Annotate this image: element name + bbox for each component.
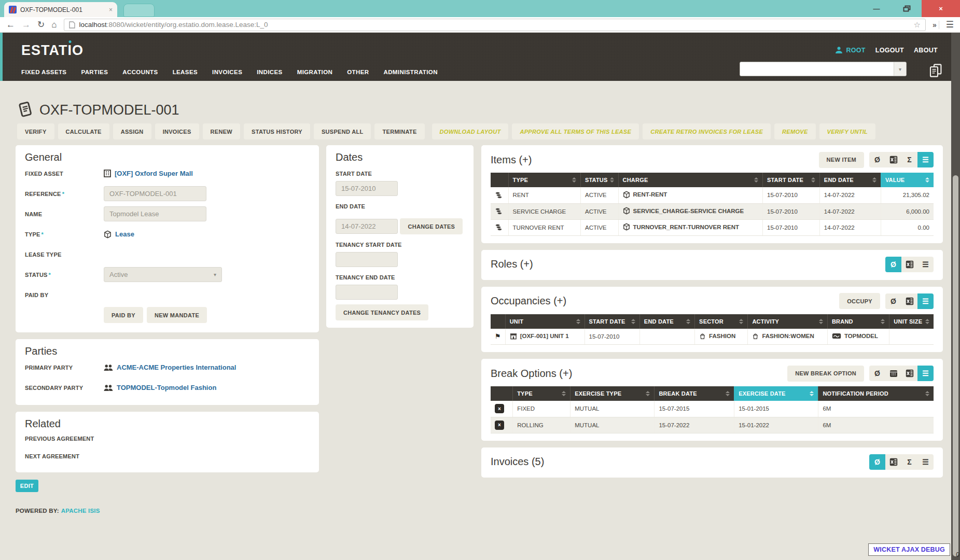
nav-indices[interactable]: INDICES [257,69,282,75]
break-col-exercise-date[interactable]: EXERCISE DATE [734,386,818,401]
search-input[interactable] [740,62,894,76]
occ-col-brand[interactable]: BRAND [827,314,889,329]
create-retro-invoices-button[interactable]: CREATE RETRO INVOICES FOR LEASE [643,123,771,139]
new-break-option-button[interactable]: NEW BREAK OPTION [787,366,864,382]
chevron-down-icon[interactable]: ▾ [894,62,906,76]
nav-fixed-assets[interactable]: FIXED ASSETS [21,69,66,75]
list-view-icon[interactable]: ☰ [917,366,934,381]
secondary-party-link[interactable]: TOPMODEL-Topmodel Fashion [117,384,216,391]
renew-button[interactable]: RENEW [203,123,240,139]
bookmark-star-icon[interactable]: ☆ [914,20,921,30]
status-select[interactable]: Active ▾ [104,267,222,282]
extensions-overflow-icon[interactable]: » [933,21,939,29]
excel-export-icon[interactable] [901,293,917,309]
list-view-icon[interactable]: ☰ [917,293,934,309]
browser-menu-icon[interactable]: ☰ [946,19,954,30]
hide-columns-icon[interactable]: Ø [869,152,885,167]
assign-button[interactable]: ASSIGN [113,123,151,139]
change-dates-button[interactable]: CHANGE DATES [400,218,463,234]
hide-columns-icon[interactable]: Ø [885,257,901,272]
tenancy-start-date-field[interactable] [336,252,398,267]
copy-link-icon[interactable] [929,63,943,78]
list-view-icon[interactable]: ☰ [917,257,934,272]
invoices-button[interactable]: INVOICES [155,123,199,139]
excel-export-icon[interactable] [901,257,917,272]
status-history-button[interactable]: STATUS HISTORY [244,123,310,139]
calculate-button[interactable]: CALCULATE [58,123,109,139]
page-scrollbar[interactable] [951,33,960,560]
nav-other[interactable]: OTHER [347,69,369,75]
name-field[interactable] [104,206,206,221]
verify-button[interactable]: VERIFY [17,123,54,139]
items-col-value[interactable]: VALUE [881,173,934,187]
scrollbar-thumb[interactable] [953,175,958,556]
user-menu[interactable]: ROOT [835,46,865,54]
summary-sigma-icon[interactable]: Σ [901,152,917,167]
items-col-type[interactable]: TYPE [508,173,580,187]
download-layout-button[interactable]: DOWNLOAD LAYOUT [432,123,509,139]
start-date-field[interactable] [336,181,398,196]
break-col-exercise-type[interactable]: EXERCISE TYPE [571,386,655,401]
hide-columns-icon[interactable]: Ø [869,366,885,381]
nav-invoices[interactable]: INVOICES [212,69,242,75]
break-col-break-date[interactable]: BREAK DATE [655,386,734,401]
new-tab-button[interactable] [123,4,155,17]
estatio-logo[interactable]: ESTATIO [21,43,84,59]
window-close-icon[interactable]: × [922,0,960,17]
list-view-icon[interactable]: ☰ [917,152,934,167]
list-view-icon[interactable]: ☰ [917,454,934,470]
occupy-button[interactable]: OCCUPY [839,293,880,309]
paid-by-button[interactable]: PAID BY [104,307,143,323]
back-icon[interactable]: ← [6,20,15,29]
excel-export-icon[interactable] [901,366,917,381]
home-icon[interactable]: ⌂ [51,20,57,29]
edit-button[interactable]: EDIT [16,480,38,492]
change-tenancy-dates-button[interactable]: CHANGE TENANCY DATES [336,304,428,320]
new-mandate-button[interactable]: NEW MANDATE [147,307,207,323]
wicket-ajax-debug-link[interactable]: WICKET AJAX DEBUG [868,543,950,556]
verify-until-button[interactable]: VERIFY UNTIL [819,123,876,139]
item-coins-icon[interactable] [491,203,508,219]
reference-field[interactable] [104,186,206,201]
hide-columns-icon[interactable]: Ø [885,293,901,309]
occ-col-sector[interactable]: SECTOR [695,314,748,329]
items-col-end-date[interactable]: END DATE [819,173,881,187]
approve-all-terms-button[interactable]: APPROVE ALL TERMS OF THIS LEASE [512,123,639,139]
nav-leases[interactable]: LEASES [173,69,198,75]
url-bar[interactable]: localhost:8080/wicket/entity/org.estatio… [64,19,926,31]
remove-button[interactable]: REMOVE [774,123,815,139]
window-maximize-icon[interactable] [892,0,922,17]
suspend-all-button[interactable]: SUSPEND ALL [314,123,371,139]
occ-col-start-date[interactable]: START DATE [585,314,639,329]
excel-export-icon[interactable] [885,152,901,167]
nav-administration[interactable]: ADMINISTRATION [383,69,437,75]
window-minimize-icon[interactable]: — [861,0,892,17]
nav-parties[interactable]: PARTIES [81,69,108,75]
nav-accounts[interactable]: ACCOUNTS [122,69,158,75]
terminate-button[interactable]: TERMINATE [374,123,424,139]
nav-migration[interactable]: MIGRATION [297,69,333,75]
summary-sigma-icon[interactable]: Σ [901,454,917,470]
items-col-charge[interactable]: CHARGE [618,173,762,187]
occ-col-unit-size[interactable]: UNIT SIZE [889,314,934,329]
items-col-status[interactable]: STATUS [580,173,618,187]
primary-party-link[interactable]: ACME-ACME Properties International [117,363,236,371]
about-link[interactable]: ABOUT [914,47,938,54]
calendar-icon[interactable] [885,366,901,381]
occ-col-unit[interactable]: UNIT [505,314,585,329]
tab-close-icon[interactable]: × [109,7,113,13]
logout-link[interactable]: LOGOUT [875,47,904,54]
item-coins-icon[interactable] [491,219,508,235]
excel-export-icon[interactable] [885,454,901,470]
apache-isis-link[interactable]: APACHE ISIS [61,508,100,514]
break-col-type[interactable]: TYPE [513,386,571,401]
occ-col-end-date[interactable]: END DATE [639,314,694,329]
break-col-notification-period[interactable]: NOTIFICATION PERIOD [818,386,934,401]
forward-icon[interactable]: → [22,20,31,29]
new-item-button[interactable]: NEW ITEM [819,152,864,168]
tenancy-end-date-field[interactable] [336,285,398,300]
items-col-start-date[interactable]: START DATE [762,173,819,187]
fixed-asset-link[interactable]: [OXF] Oxford Super Mall [115,170,193,177]
item-coins-icon[interactable] [491,187,508,203]
refresh-icon[interactable]: ↻ [37,20,45,29]
